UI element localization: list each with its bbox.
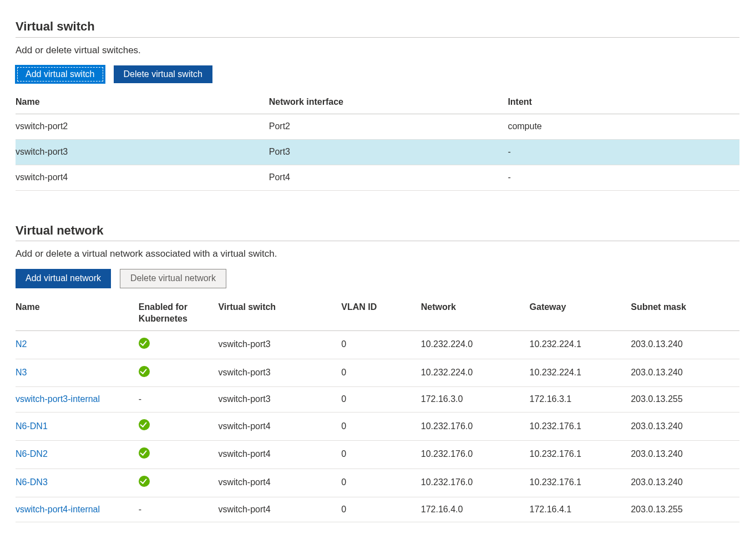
cell-vswitch: vswitch-port3 [218, 387, 341, 413]
delete-virtual-network-button[interactable]: Delete virtual network [120, 269, 226, 288]
check-circle-icon [139, 447, 150, 459]
cell-k8s [139, 330, 219, 359]
cell-network: 172.16.4.0 [421, 497, 530, 522]
virtual-switch-table: Name Network interface Intent vswitch-po… [16, 91, 739, 190]
vnet-name-link[interactable]: N3 [16, 368, 27, 377]
table-row[interactable]: vswitch-port2Port2compute [16, 114, 739, 140]
cell-k8s-value: - [139, 505, 141, 514]
table-row[interactable]: N6-DN2vswitch-port4010.232.176.010.232.1… [16, 440, 739, 469]
col-intent[interactable]: Intent [508, 91, 739, 114]
cell-mask: 203.0.13.240 [631, 469, 739, 497]
cell-network: 10.232.176.0 [421, 469, 530, 497]
virtual-switch-subtitle: Add or delete virtual switches. [16, 44, 739, 57]
check-circle-icon [139, 476, 150, 487]
vnet-name-link[interactable]: N6-DN3 [16, 477, 48, 487]
cell-vswitch: vswitch-port4 [218, 497, 341, 522]
cell-vswitch: vswitch-port3 [218, 359, 341, 387]
vnet-name-link[interactable]: N6-DN1 [16, 421, 48, 431]
col-nic[interactable]: Network interface [269, 91, 508, 114]
virtual-network-table: Name Enabled for Kubernetes Virtual swit… [16, 296, 739, 522]
cell-gateway: 10.232.176.1 [530, 413, 631, 441]
virtual-switch-heading: Virtual switch [16, 19, 739, 35]
vnet-name-link[interactable]: N6-DN2 [16, 449, 48, 459]
cell-k8s [139, 440, 219, 469]
cell-vswitch: vswitch-port4 [218, 413, 341, 441]
cell-k8s [139, 413, 219, 441]
col-mask[interactable]: Subnet mask [631, 296, 739, 330]
vnet-name-link[interactable]: N2 [16, 339, 27, 349]
cell-k8s: - [139, 497, 219, 522]
cell-name: vswitch-port2 [16, 114, 269, 140]
table-row[interactable]: N6-DN3vswitch-port4010.232.176.010.232.1… [16, 469, 739, 497]
table-row[interactable]: vswitch-port4Port4- [16, 165, 739, 190]
cell-gateway: 10.232.224.1 [530, 359, 631, 387]
table-row[interactable]: vswitch-port4-internal-vswitch-port40172… [16, 497, 739, 522]
col-vswitch[interactable]: Virtual switch [218, 296, 341, 330]
cell-k8s [139, 359, 219, 387]
cell-mask: 203.0.13.240 [631, 413, 739, 441]
cell-vswitch: vswitch-port4 [218, 440, 341, 469]
table-row[interactable]: N6-DN1vswitch-port4010.232.176.010.232.1… [16, 413, 739, 441]
cell-intent: - [508, 165, 739, 190]
check-circle-icon [139, 338, 150, 349]
cell-vlan: 0 [341, 413, 421, 441]
divider [16, 37, 739, 38]
cell-mask: 203.0.13.240 [631, 440, 739, 469]
vnet-name-link[interactable]: vswitch-port4-internal [16, 505, 100, 514]
cell-network: 172.16.3.0 [421, 387, 530, 413]
table-row[interactable]: vswitch-port3Port3- [16, 140, 739, 165]
virtual-network-heading: Virtual network [16, 223, 739, 239]
cell-gateway: 10.232.176.1 [530, 440, 631, 469]
cell-vlan: 0 [341, 497, 421, 522]
cell-mask: 203.0.13.240 [631, 359, 739, 387]
cell-name: vswitch-port4 [16, 165, 269, 190]
cell-vlan: 0 [341, 387, 421, 413]
delete-virtual-switch-button[interactable]: Delete virtual switch [114, 65, 212, 84]
cell-intent: compute [508, 114, 739, 140]
cell-k8s-value: - [139, 394, 141, 404]
add-virtual-network-button[interactable]: Add virtual network [16, 269, 111, 288]
cell-vswitch: vswitch-port4 [218, 469, 341, 497]
cell-k8s: - [139, 387, 219, 413]
col-name[interactable]: Name [16, 296, 139, 330]
cell-mask: 203.0.13.240 [631, 330, 739, 359]
add-virtual-switch-button[interactable]: Add virtual switch [16, 65, 105, 84]
virtual-network-subtitle: Add or delete a virtual network associat… [16, 248, 739, 260]
table-row[interactable]: N3vswitch-port3010.232.224.010.232.224.1… [16, 359, 739, 387]
cell-mask: 203.0.13.255 [631, 387, 739, 413]
col-k8s[interactable]: Enabled for Kubernetes [139, 296, 219, 330]
cell-nic: Port4 [269, 165, 508, 190]
cell-gateway: 172.16.4.1 [530, 497, 631, 522]
cell-nic: Port3 [269, 140, 508, 165]
divider [16, 241, 739, 241]
vnet-name-link[interactable]: vswitch-port3-internal [16, 394, 100, 404]
check-circle-icon [139, 419, 150, 430]
cell-intent: - [508, 140, 739, 165]
cell-network: 10.232.176.0 [421, 440, 530, 469]
col-gateway[interactable]: Gateway [530, 296, 631, 330]
cell-k8s [139, 469, 219, 497]
cell-vlan: 0 [341, 469, 421, 497]
table-row[interactable]: vswitch-port3-internal-vswitch-port30172… [16, 387, 739, 413]
table-row[interactable]: N2vswitch-port3010.232.224.010.232.224.1… [16, 330, 739, 359]
check-circle-icon [139, 366, 150, 377]
col-name[interactable]: Name [16, 91, 269, 114]
cell-network: 10.232.224.0 [421, 330, 530, 359]
cell-network: 10.232.224.0 [421, 359, 530, 387]
cell-mask: 203.0.13.255 [631, 497, 739, 522]
cell-gateway: 10.232.176.1 [530, 469, 631, 497]
cell-vlan: 0 [341, 440, 421, 469]
cell-network: 10.232.176.0 [421, 413, 530, 441]
cell-gateway: 172.16.3.1 [530, 387, 631, 413]
cell-name: vswitch-port3 [16, 140, 269, 165]
cell-gateway: 10.232.224.1 [530, 330, 631, 359]
cell-nic: Port2 [269, 114, 508, 140]
cell-vlan: 0 [341, 359, 421, 387]
col-vlan[interactable]: VLAN ID [341, 296, 421, 330]
col-network[interactable]: Network [421, 296, 530, 330]
cell-vlan: 0 [341, 330, 421, 359]
cell-vswitch: vswitch-port3 [218, 330, 341, 359]
